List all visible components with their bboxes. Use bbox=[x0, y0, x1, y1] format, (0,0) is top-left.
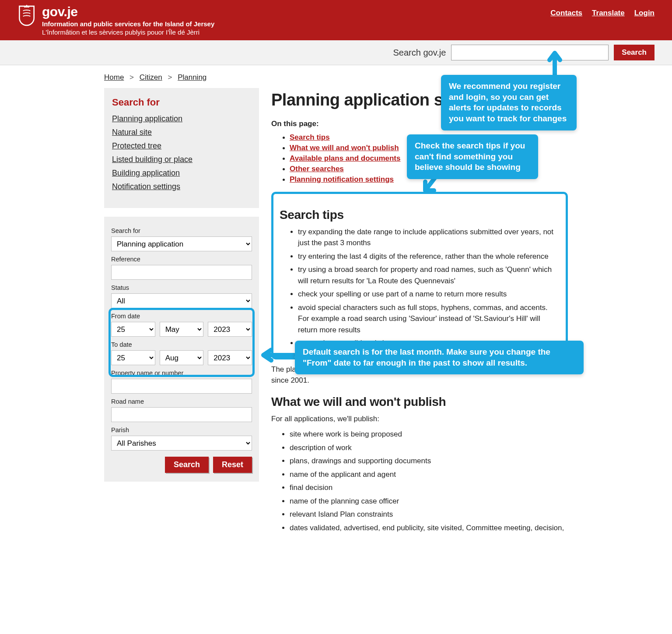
search-tips-heading: Search tips bbox=[280, 208, 560, 222]
tip-item: try entering the last 4 digits of the re… bbox=[298, 251, 560, 262]
from-day-select[interactable]: 25 bbox=[111, 322, 155, 337]
publish-item: name of the planning case officer bbox=[290, 496, 568, 507]
sidebar-link-planning-application[interactable]: Planning application bbox=[112, 114, 251, 123]
tip-item: try using a broad search for property an… bbox=[298, 264, 560, 286]
sidebar-link-natural-site[interactable]: Natural site bbox=[112, 128, 251, 137]
form-search-button[interactable]: Search bbox=[165, 457, 209, 473]
to-date-label: To date bbox=[111, 341, 252, 348]
reference-label: Reference bbox=[111, 256, 252, 263]
parish-label: Parish bbox=[111, 426, 252, 433]
form-reset-button[interactable]: Reset bbox=[213, 457, 252, 473]
tip-item: try expanding the date range to include … bbox=[298, 226, 560, 249]
to-day-select[interactable]: 25 bbox=[111, 350, 155, 365]
main-content: Planning application search On this page… bbox=[271, 88, 568, 535]
sidebar-title: Search for bbox=[112, 97, 251, 108]
toc-publish[interactable]: What we will and won't publish bbox=[290, 144, 399, 152]
translate-link[interactable]: Translate bbox=[592, 9, 625, 18]
publish-item: relevant Island Plan constraints bbox=[290, 509, 568, 520]
site-search-row: Search gov.je Search bbox=[0, 40, 672, 65]
site-tagline-jer: L'înformâtion et les sèrvices publyis po… bbox=[42, 28, 214, 36]
sidebar-link-protected-tree[interactable]: Protected tree bbox=[112, 141, 251, 151]
publish-item: final decision bbox=[290, 482, 568, 493]
tip-item: check your spelling or use part of a nam… bbox=[298, 289, 560, 300]
sidebar-link-building-application[interactable]: Building application bbox=[112, 169, 251, 178]
to-year-select[interactable]: 2023 bbox=[208, 350, 252, 365]
publish-intro: For all applications, we'll publish: bbox=[271, 413, 568, 425]
callout-tips: Check the search tips if you can't find … bbox=[407, 134, 538, 179]
callout-dates: Default search is for the last month. Ma… bbox=[295, 341, 584, 374]
publish-item: name of the applicant and agent bbox=[290, 469, 568, 480]
site-search-button[interactable]: Search bbox=[614, 45, 654, 60]
status-label: Status bbox=[111, 284, 252, 291]
from-year-select[interactable]: 2023 bbox=[208, 322, 252, 337]
callout-dates-arrow-icon bbox=[258, 346, 298, 364]
callout-highlight-tips: Search tips try expanding the date range… bbox=[271, 192, 568, 359]
search-form-panel: Search for Planning application Referenc… bbox=[104, 217, 259, 482]
parish-select[interactable]: All Parishes bbox=[111, 436, 252, 451]
contacts-link[interactable]: Contacts bbox=[550, 9, 582, 18]
sidebar-link-listed-building[interactable]: Listed building or place bbox=[112, 155, 251, 164]
search-for-label: Search for bbox=[111, 227, 252, 234]
toc-plans[interactable]: Available plans and documents bbox=[290, 154, 401, 162]
toc-other[interactable]: Other searches bbox=[290, 165, 344, 173]
road-input[interactable] bbox=[111, 407, 252, 422]
sidebar-link-notification-settings[interactable]: Notification settings bbox=[112, 182, 251, 191]
property-input[interactable] bbox=[111, 379, 252, 394]
top-header: gov.je Information and public services f… bbox=[0, 0, 672, 40]
crumb-planning[interactable]: Planning bbox=[178, 73, 206, 81]
road-label: Road name bbox=[111, 398, 252, 405]
publish-item: description of work bbox=[290, 442, 568, 454]
brand: gov.je Information and public services f… bbox=[18, 4, 214, 36]
toc-notif[interactable]: Planning notification settings bbox=[290, 175, 394, 183]
to-month-select[interactable]: Aug bbox=[160, 350, 204, 365]
search-for-select[interactable]: Planning application bbox=[111, 236, 252, 251]
crumb-citizen[interactable]: Citizen bbox=[140, 73, 162, 81]
crumb-home[interactable]: Home bbox=[104, 73, 124, 81]
toc-search-tips[interactable]: Search tips bbox=[290, 133, 330, 141]
publish-item: site where work is being proposed bbox=[290, 429, 568, 440]
site-search-input[interactable] bbox=[451, 45, 609, 60]
status-select[interactable]: All bbox=[111, 293, 252, 308]
login-link[interactable]: Login bbox=[634, 9, 654, 18]
property-label: Property name or number bbox=[111, 370, 252, 377]
site-name: gov.je bbox=[42, 4, 214, 19]
publish-heading: What we will and won't publish bbox=[271, 395, 568, 409]
from-month-select[interactable]: May bbox=[160, 322, 204, 337]
callout-login: We recommend you register and login, so … bbox=[441, 75, 577, 130]
sidebar-links-panel: Search for Planning application Natural … bbox=[104, 88, 259, 208]
top-links: Contacts Translate Login bbox=[550, 4, 654, 18]
from-date-label: From date bbox=[111, 313, 252, 320]
publish-item: dates validated, advertised, end publici… bbox=[290, 522, 568, 534]
crest-icon bbox=[18, 4, 36, 26]
tip-item: avoid special characters such as full st… bbox=[298, 302, 560, 336]
site-search-label: Search gov.je bbox=[393, 48, 446, 58]
publish-item: plans, drawings and supporting documents bbox=[290, 455, 568, 467]
site-tagline-en: Information and public services for the … bbox=[42, 20, 214, 28]
reference-input[interactable] bbox=[111, 265, 252, 280]
